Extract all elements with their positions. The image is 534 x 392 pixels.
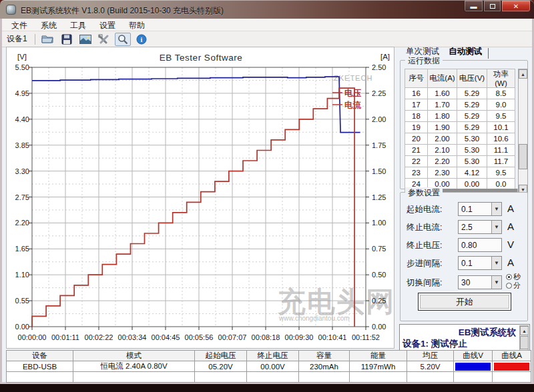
y-axis-tick-left: 5.50 [8, 63, 29, 71]
info-icon: i [136, 34, 147, 45]
scroll-up-icon[interactable]: ▲ [520, 326, 529, 335]
param-value: 2.5 [459, 223, 491, 232]
param-row: 切换间隔:30▼秒分 [400, 275, 529, 289]
param-unit: A [507, 257, 514, 268]
start-button[interactable]: 开始 [418, 293, 511, 311]
menu-item-文件[interactable]: 文件 [5, 19, 34, 33]
chevron-down-icon[interactable]: ▼ [491, 276, 501, 289]
about-button[interactable]: i [134, 33, 150, 46]
table-row[interactable]: 202.005.3010.6 [405, 133, 515, 145]
chevron-down-icon[interactable]: ▼ [491, 257, 501, 269]
run-data-cell: 11.7 [487, 156, 515, 167]
param-combo[interactable]: 0.1▼ [458, 202, 502, 216]
open-folder-button[interactable] [40, 33, 56, 46]
param-combo[interactable]: 2.5▼ [458, 220, 502, 234]
run-data-cell: 5.29 [457, 111, 487, 122]
menu-item-帮助[interactable]: 帮助 [122, 19, 152, 33]
menu-item-系统[interactable]: 系统 [34, 19, 63, 33]
status-cell [247, 372, 299, 383]
settings-tools-button[interactable] [96, 33, 112, 46]
status-header: 模式 [73, 351, 195, 361]
close-button[interactable]: ✕ [501, 1, 531, 12]
minimize-button[interactable]: ▬ [464, 1, 483, 12]
run-data-header: 电压(V) [457, 69, 487, 88]
param-input[interactable]: 0.80 [458, 238, 502, 252]
status-cell [493, 372, 531, 383]
table-row[interactable]: 212.105.3011.1 [405, 145, 515, 156]
status-cell: 恒电流 2.40A 0.80V [73, 361, 195, 372]
status-header: 起始电压 [195, 351, 247, 361]
y-axis-tick-left: 4.40 [8, 115, 29, 123]
y-axis-tick-left: 0.55 [8, 297, 29, 305]
param-label: 切换间隔: [407, 277, 442, 289]
run-data-cell: 9.0 [487, 99, 515, 111]
chevron-down-icon[interactable]: ▼ [491, 221, 501, 233]
app-frame: 文件系统工具设置帮助 设备1 [0, 19, 534, 384]
chart-plot: 充电头网www.chongdiantou.comZKETECH电压电流 [32, 67, 366, 327]
param-row: 终止电压:0.80V [400, 238, 529, 252]
param-row: 起始电流:0.1▼A [400, 202, 529, 216]
y-axis-tick-right: 2.50 [372, 63, 394, 71]
y-axis-tick-right: 2.25 [372, 89, 394, 97]
run-data-cell: 5.29 [457, 122, 487, 133]
right-axis-unit: [A] [380, 53, 390, 61]
menu-item-设置[interactable]: 设置 [93, 19, 122, 33]
run-data-cell: 19 [405, 122, 428, 133]
table-row[interactable]: 171.705.299.0 [405, 99, 515, 111]
table-row[interactable]: 232.304.129.5 [405, 167, 515, 179]
status-cell: 230mAh [299, 361, 350, 372]
run-data-cell: 0.0 [487, 179, 515, 190]
status-cell: EBD-USB [7, 361, 73, 372]
table-row[interactable]: 222.205.3011.7 [405, 156, 515, 167]
run-data-cell: 8.5 [487, 88, 515, 99]
run-data-header: 功率(W) [487, 69, 515, 88]
param-combo[interactable]: 30▼ [458, 275, 502, 289]
radio-option-分[interactable]: 分 [506, 281, 521, 290]
run-data-cell: 1.70 [428, 99, 457, 111]
status-header: 容量 [299, 351, 350, 361]
log-line: 设备1: 测试停止 [403, 338, 467, 350]
tab-自动测试[interactable]: 自动测试 [444, 45, 487, 59]
run-data-cell: 1.90 [428, 122, 457, 133]
table-row[interactable]: 181.805.299.5 [405, 111, 515, 122]
status-header: 均压 [407, 351, 454, 361]
param-label: 终止电压: [407, 240, 442, 251]
run-data-cell: 9.5 [487, 111, 515, 122]
maximize-button[interactable] [483, 1, 501, 12]
legend-label: 电压 [344, 89, 362, 98]
left-axis-unit: [V] [17, 53, 27, 61]
menu-item-工具[interactable]: 工具 [63, 19, 93, 33]
save-button[interactable] [59, 33, 75, 46]
param-row: 步进间隔:0.1▼A [400, 256, 529, 270]
run-data-groupbox: 运行数据 序号电流(A)电压(V)功率(W)161.605.298.5171.7… [400, 60, 528, 189]
status-cell [350, 372, 407, 383]
table-row[interactable]: 191.905.2910.1 [405, 122, 515, 133]
run-data-cell: 5.30 [457, 145, 487, 156]
status-cell [299, 372, 350, 383]
table-row[interactable]: 161.605.298.5 [405, 88, 515, 99]
export-image-button[interactable] [77, 33, 93, 46]
param-combo[interactable]: 0.1▼ [458, 256, 502, 270]
run-data-scrollbar[interactable]: ▲▼ [518, 69, 528, 195]
run-data-cell: 22 [405, 156, 428, 167]
y-axis-tick-right: 0.50 [372, 271, 394, 279]
status-cell [407, 372, 454, 383]
scroll-thumb[interactable] [519, 144, 527, 169]
radio-option-秒[interactable]: 秒 [506, 273, 521, 281]
menu-bar: 文件系统工具设置帮助 [2, 19, 532, 31]
y-axis-tick-right: 0.75 [372, 245, 394, 253]
run-data-cell: 1.60 [428, 88, 457, 99]
zoom-button[interactable] [115, 33, 131, 46]
x-axis-tick: 00:11:52 [345, 333, 386, 341]
scroll-up-icon[interactable]: ▲ [519, 69, 527, 79]
param-unit: A [507, 203, 514, 214]
curve-color-swatch [494, 363, 529, 371]
scroll-thumb[interactable] [520, 336, 529, 349]
chevron-down-icon[interactable]: ▼ [491, 203, 501, 215]
device-selector[interactable]: 设备1 [7, 33, 27, 45]
run-data-cell: 20 [405, 133, 428, 145]
status-cell: 05.20V [195, 361, 247, 372]
run-data-header: 序号 [405, 69, 428, 88]
run-data-cell: 18 [405, 111, 428, 122]
log-line: EB测试系统软 [459, 327, 516, 339]
